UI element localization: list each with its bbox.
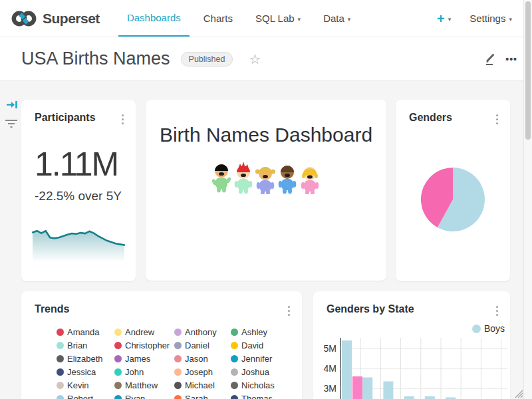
nav-item-dashboards[interactable]: Dashboards — [118, 0, 190, 37]
expand-filter-bar-icon[interactable] — [6, 99, 19, 110]
genders-by-state-bar-chart: 5M4M3M — [313, 331, 510, 399]
legend-dot — [231, 342, 238, 349]
resize-grip-icon[interactable] — [514, 388, 523, 398]
trends-legend-item[interactable]: Nicholas — [231, 380, 275, 390]
legend-dot — [114, 355, 122, 362]
trends-legend-item[interactable]: Joshua — [231, 367, 269, 377]
trends-legend-item[interactable]: Daniel — [174, 340, 209, 350]
legend-dot — [231, 382, 238, 389]
trends-legend-item[interactable]: Amanda — [57, 327, 99, 337]
chevron-down-icon: ▾ — [298, 16, 301, 23]
legend-label: Robert — [67, 394, 93, 399]
more-actions-icon[interactable]: ••• — [505, 54, 517, 65]
trends-legend-item[interactable]: Matthew — [114, 380, 158, 390]
legend-label: David — [241, 340, 263, 350]
y-tick-label: 4M — [324, 363, 336, 374]
legend-dot — [174, 342, 182, 349]
trends-legend-item[interactable]: Robert — [57, 394, 93, 399]
scrollbar-thumb[interactable] — [525, 1, 531, 140]
trends-legend: AmandaAndrewAnthonyAshleyBrianChristophe… — [21, 291, 302, 399]
trends-legend-item[interactable]: Jennifer — [231, 354, 272, 364]
big-number-value: 1.11M — [35, 146, 118, 183]
legend-label: Michael — [185, 380, 215, 390]
trends-legend-item[interactable]: Michael — [174, 380, 215, 390]
legend-dot — [114, 329, 122, 336]
superset-logo[interactable]: Superset — [11, 10, 100, 27]
trends-legend-item[interactable]: Andrew — [114, 327, 154, 337]
trends-legend-item[interactable]: Jason — [174, 354, 208, 364]
nav-item-data[interactable]: Data ▾ — [315, 0, 359, 37]
legend-label: Ryan — [125, 394, 145, 399]
scrollbar-track[interactable] — [523, 0, 532, 399]
legend-dot — [114, 382, 122, 389]
trends-legend-item[interactable]: Ashley — [231, 327, 267, 337]
trends-legend-item[interactable]: John — [114, 367, 144, 377]
legend-dot — [114, 368, 122, 376]
legend-label: Matthew — [125, 380, 158, 390]
legend-label: Amanda — [67, 327, 99, 337]
legend-label: Brian — [67, 340, 87, 350]
navbar-right: + ▾ Settings ▾ — [437, 12, 512, 25]
chevron-down-icon: ▾ — [348, 16, 351, 23]
legend-label: James — [125, 354, 150, 364]
settings-menu[interactable]: Settings ▾ — [469, 13, 512, 24]
favorite-star-icon[interactable]: ☆ — [249, 51, 261, 67]
filter-list-icon[interactable] — [5, 119, 18, 128]
bar-boys[interactable] — [404, 396, 414, 399]
legend-dot — [57, 395, 64, 399]
superset-infinity-icon — [11, 10, 37, 27]
trends-legend-item[interactable]: Brian — [57, 340, 87, 350]
legend-dot — [57, 368, 64, 376]
dashboard-grid: Participants 1.11M -22.5% over 5Y Birth … — [0, 80, 532, 399]
main-nav: Dashboards Charts SQL Lab ▾ Data ▾ — [116, 0, 362, 37]
genders-pie-chart — [420, 166, 486, 233]
legend-label: Kevin — [67, 380, 89, 390]
trends-legend-item[interactable]: David — [231, 340, 263, 350]
trends-legend-item[interactable]: Joseph — [174, 367, 213, 377]
bar-boys[interactable] — [383, 382, 393, 399]
legend-label: Anthony — [185, 327, 217, 337]
legend-label: Sarah — [185, 394, 208, 399]
bar-boys[interactable] — [362, 378, 372, 399]
trends-legend-item[interactable]: Anthony — [174, 327, 217, 337]
trends-legend-item[interactable]: Sarah — [174, 394, 208, 399]
legend-label: Elizabeth — [67, 354, 102, 364]
trends-legend-item[interactable]: Christopher — [114, 340, 170, 350]
legend-dot — [174, 355, 182, 362]
kebab-menu-icon[interactable] — [495, 111, 500, 128]
bar-boys[interactable] — [342, 340, 352, 399]
participants-trendline-chart — [32, 223, 125, 263]
trends-legend-item[interactable]: Ryan — [114, 394, 145, 399]
nav-item-sql-lab[interactable]: SQL Lab ▾ — [247, 0, 309, 37]
dashboard-header: USA Births Names Published ☆ ••• — [0, 37, 532, 81]
legend-dot — [174, 395, 182, 399]
edit-pencil-icon[interactable] — [484, 52, 497, 66]
trend-area-fill — [33, 231, 124, 262]
legend-label: Thomas — [241, 394, 273, 399]
bar-girls[interactable] — [352, 376, 362, 399]
trends-legend-item[interactable]: James — [114, 354, 150, 364]
legend-label: Jennifer — [241, 354, 272, 364]
legend-label: Nicholas — [241, 380, 275, 390]
legend-label: Joshua — [241, 367, 269, 377]
legend-dot — [57, 382, 64, 389]
trends-legend-item[interactable]: Jessica — [57, 367, 96, 377]
kebab-menu-icon[interactable] — [120, 111, 126, 128]
legend-label: Ashley — [241, 327, 267, 337]
published-badge[interactable]: Published — [181, 52, 233, 66]
trends-card: Trends AmandaAndrewAnthonyAshleyBrianChr… — [21, 291, 302, 399]
chevron-down-icon: ▾ — [448, 16, 452, 23]
kebab-menu-icon[interactable] — [495, 303, 500, 319]
trends-legend-item[interactable]: Kevin — [57, 380, 89, 390]
bar-boys[interactable] — [425, 396, 435, 399]
legend-label: Joseph — [185, 367, 213, 377]
legend-label: John — [125, 367, 144, 377]
legend-dot — [231, 329, 238, 336]
legend-dot — [174, 368, 182, 376]
nav-item-charts[interactable]: Charts — [195, 0, 241, 37]
new-item-button[interactable]: + ▾ — [437, 12, 451, 25]
trends-legend-item[interactable]: Thomas — [231, 394, 273, 399]
legend-dot — [231, 355, 238, 362]
trends-legend-item[interactable]: Elizabeth — [57, 354, 102, 364]
legend-label: Christopher — [125, 340, 170, 350]
